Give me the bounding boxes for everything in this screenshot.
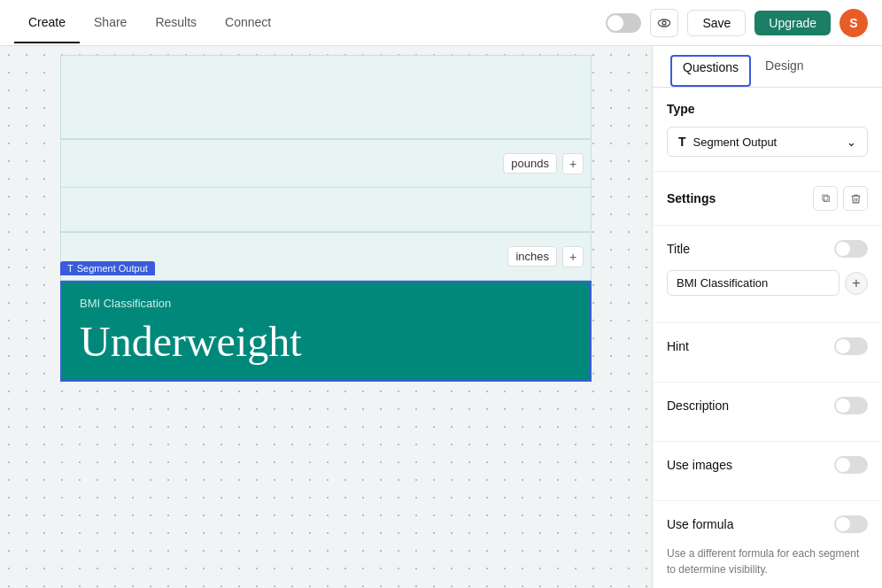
settings-section: Settings ⧉ xyxy=(653,172,882,226)
title-setting-label: Title xyxy=(667,242,690,256)
panel-tab-questions[interactable]: Questions xyxy=(670,55,751,87)
type-section-title: Type xyxy=(667,102,868,116)
svg-point-1 xyxy=(662,21,666,25)
tab-create[interactable]: Create xyxy=(14,3,80,43)
settings-actions: ⧉ xyxy=(813,186,868,211)
hint-label: Hint xyxy=(667,339,689,353)
nav-tabs: Create Share Results Connect xyxy=(14,3,606,43)
type-icon: T xyxy=(678,135,686,149)
hint-row: Hint xyxy=(667,337,868,355)
chevron-down-icon: ⌄ xyxy=(847,135,856,149)
main-layout: pounds + inches + T Segment Output BMI C… xyxy=(0,46,882,588)
form-row-pounds: pounds + xyxy=(60,139,592,188)
form-row-top xyxy=(60,55,592,139)
use-images-row: Use images xyxy=(667,456,868,474)
hint-toggle[interactable] xyxy=(834,337,868,355)
pounds-label: pounds xyxy=(503,153,557,174)
title-toggle[interactable] xyxy=(834,240,868,258)
use-images-section: Use images xyxy=(653,442,882,501)
type-section: Type T Segment Output ⌄ xyxy=(653,88,882,172)
settings-header: Settings ⧉ xyxy=(667,186,868,211)
type-select-inner: T Segment Output xyxy=(678,135,777,149)
title-input[interactable] xyxy=(667,270,839,296)
panel-tabs: Questions Design xyxy=(653,46,882,88)
segment-output-wrapper: T Segment Output BMI Classification Unde… xyxy=(60,281,592,382)
tab-connect[interactable]: Connect xyxy=(211,3,285,43)
use-formula-section: Use formula Use a different formula for … xyxy=(653,501,882,588)
avatar: S xyxy=(839,9,868,37)
pounds-add-button[interactable]: + xyxy=(562,153,584,174)
settings-title: Settings xyxy=(667,191,716,205)
title-plus-button[interactable]: + xyxy=(845,272,868,295)
segment-type-icon: T xyxy=(67,263,74,274)
segment-title: BMI Classification xyxy=(80,297,572,310)
hint-section: Hint xyxy=(653,323,882,383)
segment-value: Underweight xyxy=(80,317,572,366)
segment-type-badge: T Segment Output xyxy=(60,261,155,275)
top-nav: Create Share Results Connect Save Upgrad… xyxy=(0,0,882,46)
delete-button[interactable] xyxy=(843,186,868,211)
description-section: Description xyxy=(653,383,882,442)
segment-type-label: Segment Output xyxy=(77,263,148,274)
copy-button[interactable]: ⧉ xyxy=(813,186,838,211)
svg-point-0 xyxy=(659,19,670,27)
description-toggle[interactable] xyxy=(834,397,868,414)
upgrade-button[interactable]: Upgrade xyxy=(754,11,831,35)
type-select[interactable]: T Segment Output ⌄ xyxy=(667,127,868,157)
tab-share[interactable]: Share xyxy=(80,3,141,43)
description-label: Description xyxy=(667,398,729,413)
canvas-content: pounds + inches + T Segment Output BMI C… xyxy=(60,46,592,382)
description-row: Description xyxy=(667,397,868,414)
tab-results[interactable]: Results xyxy=(141,3,211,43)
panel-tab-design[interactable]: Design xyxy=(754,46,815,87)
use-images-toggle[interactable] xyxy=(834,456,868,474)
nav-actions: Save Upgrade S xyxy=(606,9,868,37)
title-section: Title + xyxy=(653,226,882,323)
eye-button[interactable] xyxy=(650,9,678,37)
inches-label: inches xyxy=(507,246,557,267)
use-images-label: Use images xyxy=(667,458,732,472)
canvas-area: pounds + inches + T Segment Output BMI C… xyxy=(0,46,652,588)
formula-description: Use a different formula for each segment… xyxy=(667,545,868,577)
preview-toggle[interactable] xyxy=(606,13,641,33)
use-formula-row: Use formula xyxy=(667,515,868,533)
segment-block[interactable]: BMI Classification Underweight xyxy=(60,281,592,382)
inches-add-button[interactable]: + xyxy=(562,246,584,267)
use-formula-label: Use formula xyxy=(667,517,733,531)
type-value: Segment Output xyxy=(693,135,778,149)
title-row: Title xyxy=(667,240,868,258)
form-row-spacer xyxy=(60,188,592,232)
title-input-row: + xyxy=(667,270,868,296)
use-formula-toggle[interactable] xyxy=(834,515,868,533)
save-button[interactable]: Save xyxy=(687,10,746,36)
right-panel: Questions Design Type T Segment Output ⌄… xyxy=(652,46,882,588)
